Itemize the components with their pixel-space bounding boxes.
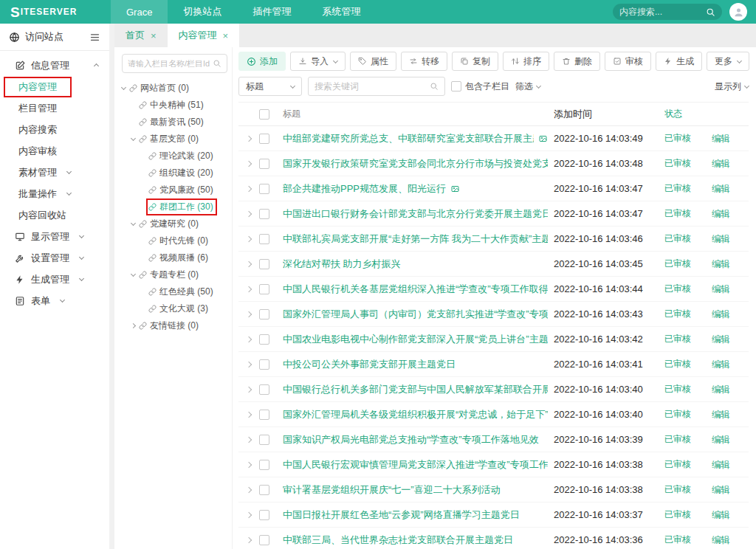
user-avatar[interactable]	[729, 3, 747, 21]
tree-node[interactable]: 党风廉政 (50)	[122, 182, 227, 198]
content-search-input[interactable]	[619, 7, 703, 17]
edit-link[interactable]: 编辑	[712, 134, 730, 144]
row-expand-icon[interactable]	[238, 287, 259, 291]
content-title-link[interactable]: 中国日报社开展红色圣地“云参观”网络直播学习主题党日	[283, 508, 520, 522]
content-title-link[interactable]: 中联部三局、当代世界杂志社党支部联合开展主题党日	[283, 534, 513, 547]
row-checkbox[interactable]	[259, 184, 269, 194]
channel-search-box[interactable]	[122, 54, 227, 73]
search-icon[interactable]	[706, 7, 715, 17]
edit-link[interactable]: 编辑	[712, 284, 730, 294]
row-checkbox[interactable]	[259, 359, 269, 370]
channel-search-input[interactable]	[128, 59, 210, 68]
sidebar-scrollbar[interactable]	[109, 24, 114, 549]
close-icon[interactable]: ×	[151, 30, 157, 41]
row-checkbox[interactable]	[259, 284, 269, 294]
filter-dropdown[interactable]: 筛选	[515, 80, 540, 93]
row-expand-icon[interactable]	[238, 212, 259, 216]
search-icon[interactable]	[213, 59, 221, 68]
edit-link[interactable]: 编辑	[712, 209, 730, 219]
sidebar-item-channel-mgmt[interactable]: 栏目管理	[0, 97, 109, 119]
sort-button[interactable]: 排序	[503, 52, 549, 71]
edit-link[interactable]: 编辑	[712, 234, 730, 244]
content-title-link[interactable]: 中国农业电影电视中心制作部党支部深入开展“党员上讲台”主题活动	[283, 333, 548, 346]
content-search-box[interactable]	[613, 4, 722, 20]
row-checkbox[interactable]	[259, 209, 269, 219]
row-expand-icon[interactable]	[238, 463, 259, 467]
edit-link[interactable]: 编辑	[712, 259, 730, 269]
sidebar-item-form[interactable]: 表单	[0, 290, 109, 311]
row-checkbox[interactable]	[259, 510, 269, 520]
content-title-link[interactable]: 国家外汇管理局机关各级党组织积极开展“对党忠诚，始于足下”主题党日	[283, 408, 548, 421]
row-checkbox[interactable]	[259, 134, 269, 144]
checkbox[interactable]	[451, 81, 461, 92]
chevron-down-icon[interactable]	[131, 136, 136, 141]
edit-link[interactable]: 编辑	[712, 184, 730, 194]
search-field-select[interactable]: 标题	[238, 77, 302, 96]
tree-node[interactable]: 党建研究 (0)	[122, 215, 227, 232]
row-expand-icon[interactable]	[238, 387, 259, 392]
tab-home[interactable]: 首页 ×	[114, 24, 168, 47]
edit-link[interactable]: 编辑	[712, 485, 730, 495]
row-expand-icon[interactable]	[238, 162, 259, 166]
sidebar-item-settings-mgmt[interactable]: 设置管理	[0, 247, 109, 269]
tree-node[interactable]: 时代先锋 (0)	[122, 232, 227, 249]
row-checkbox[interactable]	[259, 234, 269, 244]
tree-node[interactable]: 文化大观 (3)	[122, 300, 227, 317]
content-title-link[interactable]: 中国进出口银行财务会计部党支部与北京分行党委开展主题党日	[283, 207, 548, 221]
tree-node[interactable]: 最新资讯 (50)	[122, 114, 227, 131]
sidebar-item-content-mgmt[interactable]: 内容管理	[0, 76, 109, 97]
sidebar-item-recycle-bin[interactable]: 内容回收站	[0, 204, 109, 226]
tree-node[interactable]: 中央精神 (51)	[122, 97, 227, 114]
delete-button[interactable]: 删除	[554, 52, 600, 71]
row-checkbox[interactable]	[259, 334, 269, 345]
keyword-search-box[interactable]	[308, 77, 445, 96]
sidebar-item-display-mgmt[interactable]: 显示管理	[0, 226, 109, 247]
tree-node[interactable]: 理论武装 (20)	[122, 148, 227, 165]
row-expand-icon[interactable]	[238, 262, 259, 266]
edit-link[interactable]: 编辑	[712, 435, 730, 445]
sidebar-item-content-review[interactable]: 内容审核	[0, 140, 109, 162]
row-expand-icon[interactable]	[238, 137, 259, 141]
row-expand-icon[interactable]	[238, 412, 259, 417]
hamburger-menu-icon[interactable]	[89, 32, 100, 43]
row-expand-icon[interactable]	[238, 187, 259, 191]
row-expand-icon[interactable]	[238, 488, 259, 492]
row-checkbox[interactable]	[259, 309, 269, 320]
tree-node[interactable]: 友情链接 (0)	[122, 317, 227, 334]
tree-node[interactable]: 组织建设 (20)	[122, 165, 227, 182]
content-title-link[interactable]: 国家知识产权局光电部党总支推动“学查改”专项工作落地见效	[283, 433, 539, 446]
content-title-link[interactable]: 审计署基层党组织开展庆“七一”喜迎二十大系列活动	[283, 483, 501, 497]
include-sub-channel-checkbox[interactable]: 包含子栏目	[451, 80, 509, 93]
row-checkbox[interactable]	[259, 535, 269, 545]
edit-link[interactable]: 编辑	[712, 535, 730, 545]
row-expand-icon[interactable]	[238, 312, 259, 317]
topnav-plugin-mgmt[interactable]: 插件管理	[237, 0, 306, 24]
visit-site-row[interactable]: 访问站点	[0, 24, 109, 51]
row-expand-icon[interactable]	[238, 362, 259, 367]
edit-link[interactable]: 编辑	[712, 159, 730, 169]
chevron-down-icon[interactable]	[131, 272, 136, 277]
import-button[interactable]: 导入	[290, 52, 346, 71]
topnav-site-grace[interactable]: Grace	[111, 0, 168, 24]
search-icon[interactable]	[430, 82, 439, 91]
copy-button[interactable]: 复制	[452, 52, 498, 71]
edit-link[interactable]: 编辑	[712, 510, 730, 520]
chevron-down-icon[interactable]	[131, 221, 136, 226]
row-expand-icon[interactable]	[238, 513, 259, 517]
content-title-link[interactable]: 国家外汇管理局人事司（内审司）党支部扎实推进“学查改”专项工作	[283, 308, 548, 321]
display-columns-dropdown[interactable]: 显示列	[715, 80, 749, 93]
more-button[interactable]: 更多	[707, 52, 749, 71]
tree-node[interactable]: 视频展播 (6)	[122, 249, 227, 266]
row-checkbox[interactable]	[259, 485, 269, 495]
content-title-link[interactable]: 深化结对帮扶 助力乡村振兴	[283, 258, 401, 271]
close-icon[interactable]: ×	[223, 30, 229, 41]
edit-link[interactable]: 编辑	[712, 460, 730, 470]
row-checkbox[interactable]	[259, 410, 269, 420]
row-expand-icon[interactable]	[238, 438, 259, 442]
tree-node[interactable]: 基层支部 (0)	[122, 131, 227, 148]
generate-button[interactable]: 生成	[656, 52, 702, 71]
row-checkbox[interactable]	[259, 259, 269, 269]
tree-node[interactable]: 专题专栏 (0)	[122, 266, 227, 283]
edit-link[interactable]: 编辑	[712, 309, 730, 320]
edit-link[interactable]: 编辑	[712, 359, 730, 370]
